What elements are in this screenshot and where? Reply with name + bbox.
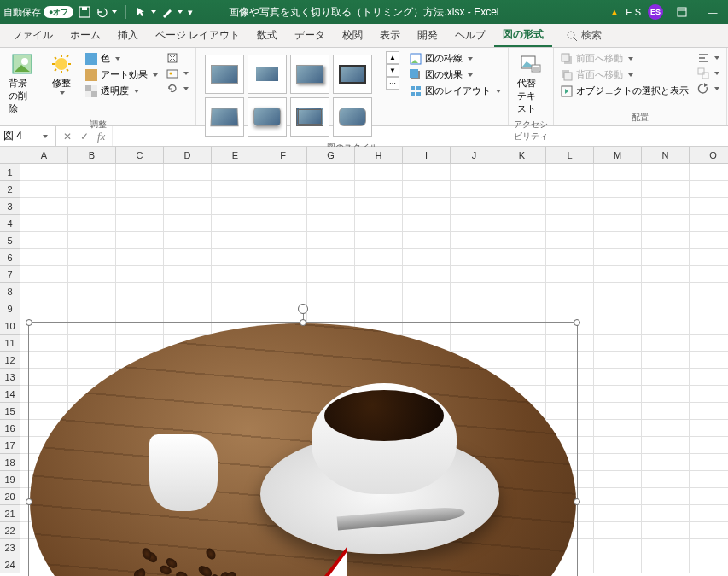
- row-header[interactable]: 19: [0, 471, 20, 488]
- tab-file[interactable]: ファイル: [3, 24, 61, 47]
- style-thumb[interactable]: [248, 55, 287, 94]
- style-thumb[interactable]: [290, 55, 329, 94]
- resize-handle-w[interactable]: [26, 498, 32, 505]
- draw-mode-button[interactable]: [161, 6, 183, 18]
- row-header[interactable]: 20: [0, 488, 20, 505]
- column-header[interactable]: F: [259, 147, 307, 164]
- style-thumb[interactable]: [333, 55, 372, 94]
- row-header[interactable]: 13: [0, 369, 20, 386]
- row-header[interactable]: 4: [0, 215, 20, 232]
- bring-forward-button[interactable]: 前面へ移動: [559, 51, 690, 66]
- minimize-button[interactable]: —: [701, 0, 725, 24]
- column-header[interactable]: D: [164, 147, 212, 164]
- row-header[interactable]: 16: [0, 420, 20, 437]
- picture-layout-button[interactable]: 図のレイアウト: [408, 84, 503, 98]
- insert-function-button[interactable]: fx: [97, 130, 105, 143]
- svg-rect-2: [678, 8, 686, 16]
- cancel-formula-button[interactable]: ✕: [63, 131, 72, 143]
- row-header[interactable]: 21: [0, 505, 20, 522]
- tab-view[interactable]: 表示: [371, 24, 409, 47]
- column-header[interactable]: N: [642, 147, 690, 164]
- reset-picture-button[interactable]: [165, 82, 190, 96]
- column-header[interactable]: L: [546, 147, 594, 164]
- save-button[interactable]: [79, 6, 90, 18]
- group-objects-button[interactable]: [696, 67, 721, 80]
- select-all-corner[interactable]: [0, 147, 20, 164]
- row-header[interactable]: 23: [0, 539, 20, 556]
- formula-bar[interactable]: [112, 126, 728, 146]
- column-header[interactable]: I: [403, 147, 451, 164]
- selected-picture[interactable]: [30, 323, 576, 576]
- column-header[interactable]: K: [498, 147, 546, 164]
- rotate-button[interactable]: [696, 82, 721, 96]
- row-header[interactable]: 7: [0, 266, 20, 283]
- column-header[interactable]: A: [20, 147, 68, 164]
- autosave-toggle[interactable]: 自動保存 ● オフ: [3, 6, 73, 19]
- row-header[interactable]: 12: [0, 352, 20, 369]
- row-header[interactable]: 3: [0, 198, 20, 215]
- column-header[interactable]: G: [307, 147, 355, 164]
- resize-handle-ne[interactable]: [574, 319, 580, 326]
- resize-handle-n[interactable]: [300, 319, 306, 326]
- corrections-button[interactable]: 修整: [44, 51, 79, 96]
- ribbon-display-options-button[interactable]: [670, 0, 694, 24]
- column-header[interactable]: J: [451, 147, 498, 164]
- row-header[interactable]: 8: [0, 283, 20, 300]
- qat-overflow-button[interactable]: ▾: [188, 7, 193, 18]
- enter-formula-button[interactable]: ✓: [80, 131, 89, 143]
- row-header[interactable]: 6: [0, 249, 20, 266]
- name-box[interactable]: [0, 126, 56, 146]
- name-box-input[interactable]: [3, 131, 38, 143]
- row-header[interactable]: 9: [0, 300, 20, 317]
- compress-pictures-button[interactable]: [165, 51, 190, 65]
- cursor-mode-button[interactable]: [135, 6, 156, 18]
- resize-handle-nw[interactable]: [26, 319, 32, 326]
- gallery-more-button[interactable]: ⋯: [386, 77, 399, 90]
- row-header[interactable]: 10: [0, 317, 20, 335]
- gallery-scroll-up[interactable]: ▲: [386, 51, 399, 64]
- artistic-effects-button[interactable]: アート効果: [84, 67, 160, 82]
- send-backward-button[interactable]: 背面へ移動: [559, 67, 690, 82]
- column-header[interactable]: O: [690, 147, 728, 164]
- gallery-scroll-down[interactable]: ▼: [386, 64, 399, 77]
- tab-insert[interactable]: 挿入: [109, 24, 147, 47]
- column-header[interactable]: C: [116, 147, 164, 164]
- row-header[interactable]: 15: [0, 403, 20, 420]
- change-picture-button[interactable]: [165, 67, 190, 80]
- picture-effects-button[interactable]: 図の効果: [408, 67, 503, 82]
- resize-handle-e[interactable]: [574, 498, 580, 505]
- tab-home[interactable]: ホーム: [61, 24, 109, 47]
- tab-developer[interactable]: 開発: [409, 24, 446, 47]
- row-header[interactable]: 17: [0, 437, 20, 454]
- row-header[interactable]: 11: [0, 335, 20, 352]
- tab-page-layout[interactable]: ページ レイアウト: [147, 24, 248, 47]
- transparency-button[interactable]: 透明度: [84, 84, 160, 98]
- picture-border-button[interactable]: 図の枠線: [408, 51, 503, 66]
- align-button[interactable]: [696, 51, 721, 65]
- selection-pane-button[interactable]: オブジェクトの選択と表示: [559, 84, 690, 98]
- user-avatar[interactable]: ES: [648, 4, 663, 20]
- column-header[interactable]: M: [594, 147, 642, 164]
- tab-help[interactable]: ヘルプ: [446, 24, 494, 47]
- column-header[interactable]: H: [355, 147, 403, 164]
- row-header[interactable]: 5: [0, 232, 20, 249]
- row-header[interactable]: 18: [0, 454, 20, 471]
- tab-formulas[interactable]: 数式: [248, 24, 286, 47]
- row-header[interactable]: 1: [0, 164, 20, 181]
- color-button[interactable]: 色: [84, 51, 160, 66]
- tab-picture-format[interactable]: 図の形式: [494, 24, 552, 47]
- style-thumb[interactable]: [205, 55, 244, 94]
- row-header[interactable]: 22: [0, 522, 20, 539]
- row-header[interactable]: 2: [0, 181, 20, 198]
- search-box[interactable]: 検索: [566, 24, 602, 47]
- group-arrange-label: 配置: [559, 110, 721, 124]
- row-header[interactable]: 24: [0, 556, 20, 573]
- alt-text-button[interactable]: 代替テキスト: [514, 51, 548, 117]
- undo-button[interactable]: [96, 6, 117, 18]
- column-header[interactable]: E: [212, 147, 259, 164]
- tab-review[interactable]: 校閲: [334, 24, 371, 47]
- tab-data[interactable]: データ: [286, 24, 334, 47]
- remove-background-button[interactable]: 背景の削除: [5, 51, 39, 117]
- row-header[interactable]: 14: [0, 386, 20, 403]
- column-header[interactable]: B: [68, 147, 116, 164]
